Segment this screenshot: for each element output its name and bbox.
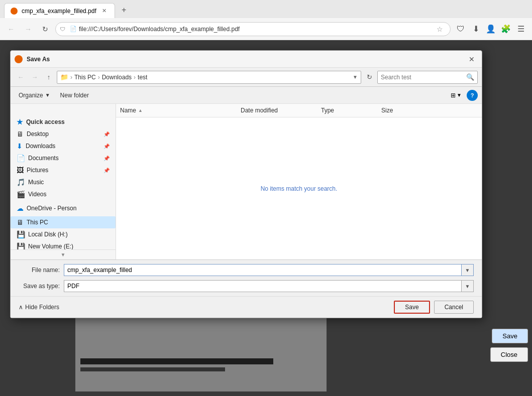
sidebar-item-documents[interactable]: 📄 Documents 📌 [11, 152, 116, 164]
tab-title: cmp_xfa_example_filled.pdf [22, 8, 96, 15]
sidebar-item-downloads[interactable]: ⬇ Downloads 📌 [11, 140, 116, 152]
breadcrumb-current[interactable]: test [138, 74, 147, 81]
nav-back-button[interactable]: ← [15, 71, 27, 83]
tab-close-button[interactable]: ✕ [100, 7, 109, 15]
menu-button[interactable]: ☰ [514, 22, 528, 36]
pictures-icon: 🖼 [17, 166, 24, 174]
local-disk-icon: 💾 [17, 230, 25, 238]
col-header-name[interactable]: Name ▲ [116, 106, 237, 115]
organize-dropdown-icon: ▼ [45, 92, 50, 98]
sidebar-item-desktop[interactable]: 🖥 Desktop 📌 [11, 128, 116, 140]
toolbar-icons: 🛡 ⬇ 👤 🧩 ☰ [454, 22, 528, 36]
save-type-value: PDF [67, 283, 79, 290]
dialog-toolbar: Organize ▼ New folder ⊞ ▼ ? [11, 87, 482, 104]
search-icon: 🔍 [466, 73, 474, 81]
view-dropdown-icon: ▼ [457, 92, 462, 98]
new-folder-button[interactable]: New folder [56, 91, 93, 100]
panel-save-button[interactable]: Save [492, 329, 528, 343]
pocket-icon[interactable]: 🛡 [454, 22, 468, 36]
search-input[interactable] [381, 74, 464, 81]
browser-chrome: cmp_xfa_example_filled.pdf ✕ + ← → ↻ 🛡 📄… [0, 0, 532, 40]
download-icon[interactable]: ⬇ [469, 22, 483, 36]
pin-icon-downloads: 📌 [103, 144, 110, 149]
breadcrumb-root[interactable]: This PC [74, 74, 96, 81]
hide-folders-chevron-icon: ∧ [19, 304, 23, 311]
forward-button[interactable]: → [21, 22, 35, 36]
sidebar-onedrive-label: OneDrive - Person [27, 205, 76, 212]
breadcrumb-sep1: › [70, 74, 72, 81]
empty-message: No items match your search. [261, 185, 338, 192]
sidebar-item-onedrive[interactable]: ☁ OneDrive - Person [11, 202, 116, 214]
nav-up-button[interactable]: ↑ [43, 71, 55, 83]
sidebar-item-videos[interactable]: 🎬 Videos [11, 188, 116, 200]
firefox-favicon [11, 8, 18, 15]
organize-label: Organize [19, 92, 43, 99]
view-button[interactable]: ⊞ ▼ [448, 91, 465, 100]
tab-bar: cmp_xfa_example_filled.pdf ✕ + [0, 0, 532, 18]
save-type-label: Save as type: [19, 283, 64, 290]
col-type-label: Type [321, 107, 334, 114]
col-size-label: Size [381, 107, 393, 114]
breadcrumb[interactable]: 📁 › This PC › Downloads › test ▼ [57, 71, 361, 84]
sidebar-item-music[interactable]: 🎵 Music [11, 176, 116, 188]
address-bar[interactable]: 🛡 📄 file:///C:/Users/forev/Downloads/cmp… [55, 22, 451, 36]
dialog-icon [15, 55, 23, 63]
nav-refresh-button[interactable]: ↻ [363, 71, 375, 83]
sidebar-item-pictures[interactable]: 🖼 Pictures 📌 [11, 164, 116, 176]
back-button[interactable]: ← [4, 22, 18, 36]
search-box[interactable]: 🔍 [377, 71, 478, 84]
sidebar-item-this-pc[interactable]: 🖥 This PC [11, 216, 116, 228]
side-panel: Save Close [486, 325, 532, 366]
bookmark-icon[interactable]: ☆ [437, 25, 445, 33]
file-name-label: File name: [19, 267, 64, 274]
profile-icon[interactable]: 👤 [484, 22, 498, 36]
browser-toolbar: ← → ↻ 🛡 📄 file:///C:/Users/forev/Downloa… [0, 18, 532, 40]
help-button[interactable]: ? [467, 90, 478, 101]
downloads-icon: ⬇ [17, 142, 23, 150]
sidebar-item-local-disk[interactable]: 💾 Local Disk (H:) [11, 228, 116, 240]
dialog-bottom: File name: ▼ Save as type: PDF ▼ [11, 259, 482, 296]
extensions-icon[interactable]: 🧩 [499, 22, 513, 36]
breadcrumb-parent[interactable]: Downloads [102, 74, 132, 81]
file-list-header: Name ▲ Date modified Type Size [116, 104, 482, 117]
dialog-title: Save As [27, 56, 466, 63]
hide-folders-label: Hide Folders [25, 304, 59, 311]
panel-close-button[interactable]: Close [490, 347, 528, 362]
sidebar-scroll-down[interactable]: ▼ [11, 249, 116, 259]
save-type-row: Save as type: PDF ▼ [19, 280, 474, 292]
nav-forward-button[interactable]: → [29, 71, 41, 83]
sort-arrow-icon: ▲ [138, 108, 143, 113]
new-tab-button[interactable]: + [117, 3, 131, 17]
sidebar-desktop-label: Desktop [27, 130, 49, 138]
sidebar-local-disk-label: Local Disk (H:) [28, 231, 68, 238]
sidebar-section-quick-access: ★ Quick access [11, 114, 116, 128]
browser-tab[interactable]: cmp_xfa_example_filled.pdf ✕ [4, 3, 115, 18]
file-name-row: File name: ▼ [19, 264, 474, 276]
breadcrumb-sep2: › [98, 74, 100, 81]
dialog-close-button[interactable]: ✕ [466, 53, 478, 65]
save-type-select[interactable]: PDF [64, 280, 462, 292]
cancel-button[interactable]: Cancel [434, 301, 474, 314]
col-header-type[interactable]: Type [317, 106, 377, 115]
dialog-file-area: Name ▲ Date modified Type Size No ite [116, 104, 482, 259]
shield-icon: 🛡 [60, 26, 65, 32]
dialog-actions: ∧ Hide Folders Save Cancel [11, 296, 482, 318]
page-icon: 📄 [70, 26, 77, 32]
save-button[interactable]: Save [394, 301, 430, 314]
col-header-modified[interactable]: Date modified [237, 106, 317, 115]
file-name-dropdown-button[interactable]: ▼ [462, 264, 474, 276]
new-folder-label: New folder [60, 92, 89, 99]
organize-button[interactable]: Organize ▼ [15, 91, 54, 100]
save-as-dialog: Save As ✕ ← → ↑ 📁 › This PC › Downloads … [10, 50, 482, 318]
dialog-overlay: Save As ✕ ← → ↑ 📁 › This PC › Downloads … [0, 40, 532, 396]
sidebar-videos-label: Videos [28, 191, 46, 198]
sidebar-music-label: Music [28, 179, 44, 186]
dialog-main: ★ Quick access 🖥 Desktop 📌 ⬇ Downloads 📌… [11, 104, 482, 259]
col-header-size[interactable]: Size [377, 106, 428, 115]
file-name-input[interactable] [64, 264, 462, 276]
refresh-button[interactable]: ↻ [38, 22, 52, 36]
breadcrumb-dropdown-icon[interactable]: ▼ [353, 74, 358, 80]
dialog-sidebar: ★ Quick access 🖥 Desktop 📌 ⬇ Downloads 📌… [11, 104, 116, 259]
save-type-dropdown-button[interactable]: ▼ [462, 280, 474, 292]
hide-folders-button[interactable]: ∧ Hide Folders [19, 304, 59, 311]
